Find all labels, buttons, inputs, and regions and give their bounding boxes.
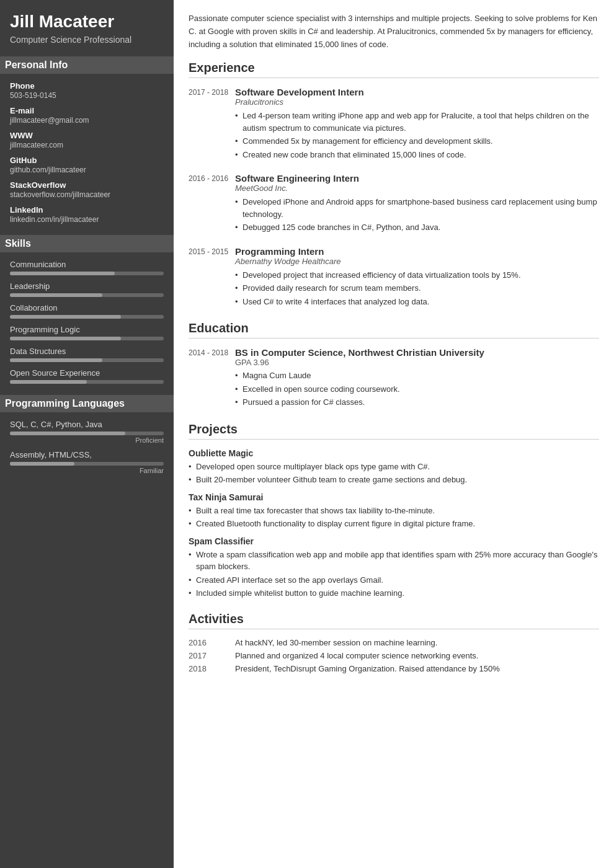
activity-text: President, TechDisrupt Gaming Organizati… [235, 664, 599, 673]
prog-lang-name: SQL, C, C#, Python, Java [10, 420, 164, 429]
skill-name: Communication [10, 260, 164, 269]
www-label: WWW [10, 131, 164, 140]
project-bullet: Built a real time tax forecaster that sh… [189, 505, 599, 517]
experience-section: Experience 2017 - 2018 Software Developm… [189, 61, 599, 309]
exp-bullet: Developed iPhone and Android apps for sm… [235, 196, 599, 220]
education-section: Education 2014 - 2018 BS in Computer Sci… [189, 321, 599, 410]
project-name: Spam Classifier [189, 536, 599, 546]
experience-row: 2015 - 2015 Programming Intern Abernathy… [189, 246, 599, 309]
skill-bar-fill [10, 337, 121, 340]
activities-title: Activities [189, 612, 599, 629]
prog-lang-bar-bg [10, 432, 164, 435]
activity-row: 2017 Planned and organized 4 local compu… [189, 651, 599, 660]
skill-item: Programming Logic [10, 325, 164, 340]
skill-bar-bg [10, 293, 164, 297]
project-bullets: Wrote a spam classification web app and … [189, 549, 599, 600]
summary-text: Passionate computer science specialist w… [189, 12, 599, 51]
activities-list: 2016 At hackNY, led 30-member session on… [189, 638, 599, 673]
exp-job-title: Programming Intern [235, 246, 599, 257]
project-bullet: Wrote a spam classification web app and … [189, 549, 599, 573]
github-label: GitHub [10, 156, 164, 165]
edu-bullet: Excelled in open source coding coursewor… [235, 383, 599, 396]
skill-name: Collaboration [10, 303, 164, 312]
exp-content: Software Development Intern Pralucitroni… [235, 87, 599, 162]
edu-bullet: Pursued a passion for C# classes. [235, 396, 599, 409]
project-bullets: Developed open source multiplayer black … [189, 461, 599, 486]
exp-bullets: Developed iPhone and Android apps for sm… [235, 196, 599, 234]
activity-year: 2017 [189, 651, 235, 660]
skill-item: Communication [10, 260, 164, 275]
skill-item: Data Structures [10, 347, 164, 362]
activity-text: Planned and organized 4 local computer s… [235, 651, 599, 660]
edu-bullets: Magna Cum LaudeExcelled in open source c… [235, 370, 599, 409]
exp-date: 2015 - 2015 [189, 246, 235, 309]
skill-bar-bg [10, 337, 164, 340]
activity-year: 2018 [189, 664, 235, 673]
prog-lang-section-title: Programming Languages [0, 395, 174, 412]
skill-name: Programming Logic [10, 325, 164, 334]
project-bullet: Included simple whitelist button to guid… [189, 587, 599, 600]
exp-date: 2017 - 2018 [189, 87, 235, 162]
activity-text: At hackNY, led 30-member session on mach… [235, 638, 599, 647]
skill-item: Open Source Experience [10, 368, 164, 384]
project-bullet: Created API interface set so the app ove… [189, 574, 599, 587]
exp-bullet: Used C# to write 4 interfaces that analy… [235, 296, 599, 308]
exp-bullets: Led 4-person team writing iPhone app and… [235, 110, 599, 161]
skill-name: Open Source Experience [10, 368, 164, 378]
exp-bullet: Developed project that increased efficie… [235, 269, 599, 281]
prog-lang-item: Assembly, HTML/CSS, Familiar [10, 450, 164, 474]
projects-list: Oubliette Magic Developed open source mu… [189, 448, 599, 600]
exp-bullet: Created new code branch that eliminated … [235, 149, 599, 161]
edu-date: 2014 - 2018 [189, 347, 235, 410]
skill-item: Leadership [10, 281, 164, 297]
exp-company: Pralucitronics [235, 97, 599, 107]
skill-item: Collaboration [10, 303, 164, 319]
project-name: Tax Ninja Samurai [189, 492, 599, 502]
project-name: Oubliette Magic [189, 448, 599, 458]
www-value: jillmacateer.com [10, 141, 164, 149]
edu-degree: BS in Computer Science, Northwest Christ… [235, 347, 599, 358]
project-item: Tax Ninja Samurai Built a real time tax … [189, 492, 599, 530]
experience-row: 2016 - 2016 Software Engineering Intern … [189, 173, 599, 235]
project-bullets: Built a real time tax forecaster that sh… [189, 505, 599, 530]
candidate-name: Jill Macateer [10, 12, 164, 32]
projects-section: Projects Oubliette Magic Developed open … [189, 422, 599, 600]
activity-row: 2016 At hackNY, led 30-member session on… [189, 638, 599, 647]
skills-list: Communication Leadership Collaboration P… [10, 260, 164, 384]
prog-lang-level: Proficient [10, 436, 164, 444]
prog-lang-bar-fill [10, 432, 125, 435]
prog-lang-bar-bg [10, 462, 164, 466]
exp-date: 2016 - 2016 [189, 173, 235, 235]
prog-lang-name: Assembly, HTML/CSS, [10, 450, 164, 459]
prog-lang-item: SQL, C, C#, Python, Java Proficient [10, 420, 164, 444]
experience-list: 2017 - 2018 Software Development Intern … [189, 87, 599, 309]
exp-company: MeetGood Inc. [235, 184, 599, 193]
main-content: Passionate computer science specialist w… [174, 0, 614, 868]
exp-content: Programming Intern Abernathy Wodge Healt… [235, 246, 599, 309]
skill-bar-fill [10, 380, 87, 384]
skill-bar-bg [10, 315, 164, 319]
phone-value: 503-519-0145 [10, 91, 164, 100]
exp-bullet: Led 4-person team writing iPhone app and… [235, 110, 599, 134]
exp-company: Abernathy Wodge Healthcare [235, 257, 599, 266]
skill-bar-bg [10, 358, 164, 362]
project-bullet: Developed open source multiplayer black … [189, 461, 599, 473]
prog-lang-level: Familiar [10, 467, 164, 474]
github-value: github.com/jillmacateer [10, 166, 164, 174]
education-title: Education [189, 321, 599, 339]
edu-bullet: Magna Cum Laude [235, 370, 599, 382]
skill-name: Leadership [10, 281, 164, 291]
skill-bar-fill [10, 293, 102, 297]
exp-job-title: Software Engineering Intern [235, 173, 599, 184]
activities-section: Activities 2016 At hackNY, led 30-member… [189, 612, 599, 673]
phone-label: Phone [10, 81, 164, 91]
education-row: 2014 - 2018 BS in Computer Science, Nort… [189, 347, 599, 410]
stackoverflow-label: StackOverflow [10, 180, 164, 190]
skills-section-title: Skills [0, 235, 174, 252]
stackoverflow-value: stackoverflow.com/jillmacateer [10, 190, 164, 199]
projects-title: Projects [189, 422, 599, 440]
skill-bar-fill [10, 272, 115, 275]
email-label: E-mail [10, 106, 164, 115]
exp-content: Software Engineering Intern MeetGood Inc… [235, 173, 599, 235]
candidate-title: Computer Science Professional [10, 34, 164, 45]
